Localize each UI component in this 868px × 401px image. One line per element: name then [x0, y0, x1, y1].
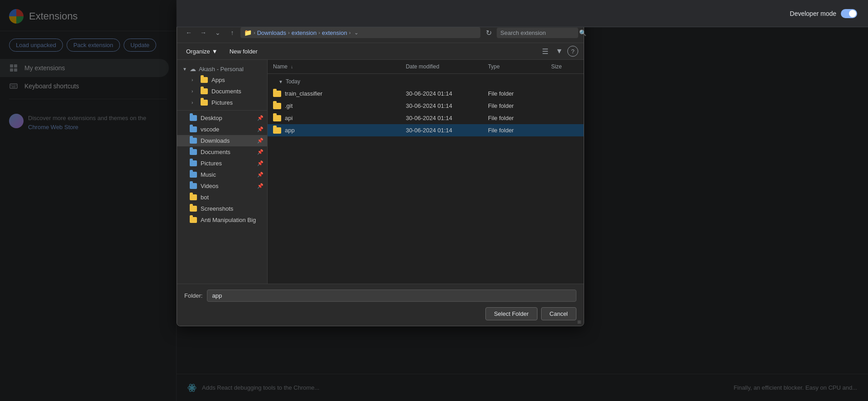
table-row[interactable]: .git 30-06-2024 01:14 File folder [268, 100, 584, 112]
tree-label-pictures: Pictures [211, 99, 233, 106]
up-button[interactable]: ↑ [226, 26, 239, 39]
cell-date-api: 30-06-2024 01:14 [400, 112, 482, 124]
folder-icon-anti-manipulation [190, 217, 197, 223]
cell-date-app: 30-06-2024 01:14 [400, 124, 482, 136]
sort-arrow-name: ↓ [291, 64, 293, 69]
file-picker-dialog: Select the extension directory. ✕ ← → ⌄ … [177, 0, 584, 326]
tree-label-vscode: vscode [201, 126, 219, 133]
resize-handle[interactable]: ⊞ [577, 319, 583, 325]
cell-size-train [546, 87, 584, 100]
tree-label-documents-pinned: Documents [201, 149, 230, 155]
breadcrumb-extension-1[interactable]: extension [292, 29, 317, 36]
footer-buttons: Select Folder Cancel [184, 307, 576, 320]
pin-icon-pictures-pinned: 📌 [257, 160, 264, 166]
files-table: Name ↓ Date modified Type Size [268, 60, 584, 136]
folder-input[interactable] [207, 290, 576, 302]
expand-icon-documents: › [192, 89, 197, 94]
breadcrumb-sep-4: › [349, 30, 351, 35]
organize-button[interactable]: Organize ▼ [182, 46, 221, 57]
view-dropdown-button[interactable]: ▼ [553, 46, 566, 56]
tree-item-apps[interactable]: › Apps [177, 74, 267, 86]
file-name-git: .git [285, 102, 293, 109]
dev-mode-toggle[interactable] [841, 9, 857, 18]
col-name-label: Name [273, 63, 288, 70]
file-name-app: app [285, 127, 295, 134]
col-header-date: Date modified [400, 60, 482, 74]
folder-row: Folder: [184, 290, 576, 302]
pin-icon-downloads: 📌 [257, 138, 264, 144]
tree-label-apps: Apps [211, 77, 225, 83]
col-header-name[interactable]: Name ↓ [268, 60, 400, 74]
refresh-button[interactable]: ↻ [482, 26, 495, 39]
breadcrumb-downloads[interactable]: Downloads [257, 29, 286, 36]
table-row[interactable]: app 30-06-2024 01:14 File folder [268, 124, 584, 136]
search-input[interactable] [500, 29, 576, 36]
tree-item-documents-pinned[interactable]: Documents 📌 [177, 146, 267, 158]
tree-divider-1 [177, 110, 267, 111]
expand-icon-pictures: › [192, 100, 197, 105]
pin-icon-documents-pinned: 📌 [257, 149, 264, 155]
tree-item-downloads[interactable]: Downloads 📌 [177, 135, 267, 146]
section-today: ▼ Today [273, 76, 578, 87]
cell-date-git: 30-06-2024 01:14 [400, 100, 482, 112]
tree-label-music: Music [201, 171, 216, 178]
col-header-size: Size [546, 60, 584, 74]
col-header-type: Type [483, 60, 546, 74]
cell-size-app [546, 124, 584, 136]
list-view-button[interactable]: ☰ [539, 46, 551, 57]
breadcrumb-extension-2[interactable]: extension [322, 29, 347, 36]
folder-icon-desktop [190, 115, 197, 121]
folder-icon-documents-pinned [190, 149, 197, 155]
folder-icon-documents [201, 88, 208, 94]
breadcrumb-dropdown-button[interactable]: ⌄ [352, 29, 360, 36]
tree-item-music[interactable]: Music 📌 [177, 169, 267, 180]
help-button[interactable]: ? [567, 46, 578, 57]
section-today-row: ▼ Today [268, 74, 584, 88]
tree-item-desktop[interactable]: Desktop 📌 [177, 112, 267, 124]
tree-label-downloads: Downloads [201, 137, 230, 144]
col-size-label: Size [551, 63, 561, 70]
cancel-button[interactable]: Cancel [541, 307, 576, 320]
organize-dropdown-icon: ▼ [212, 48, 218, 55]
tree-item-pictures-pinned[interactable]: Pictures 📌 [177, 158, 267, 169]
tree-item-vscode[interactable]: vscode 📌 [177, 124, 267, 135]
col-date-label: Date modified [406, 63, 439, 70]
tree-label-desktop: Desktop [201, 115, 222, 121]
table-row[interactable]: api 30-06-2024 01:14 File folder [268, 112, 584, 124]
tree-label-anti-manipulation: Anti Manipulation Big [201, 217, 256, 223]
tree-item-bot[interactable]: bot [177, 192, 267, 203]
dropdown-nav-button[interactable]: ⌄ [211, 26, 224, 39]
tree-label-screenshots: Screenshots [201, 205, 233, 212]
dialog-footer: Folder: Select Folder Cancel [177, 284, 584, 326]
folder-icon-screenshots [190, 206, 197, 212]
tree-label-documents: Documents [211, 88, 241, 95]
dialog-action-bar: Organize ▼ New folder ☰ ▼ ? [177, 43, 584, 60]
cell-type-app: File folder [483, 124, 546, 136]
new-folder-button[interactable]: New folder [225, 46, 262, 57]
pin-icon-music: 📌 [257, 172, 264, 178]
tree-item-anti-manipulation[interactable]: Anti Manipulation Big [177, 214, 267, 226]
cell-name-git: .git [268, 100, 400, 112]
folder-icon-music [190, 172, 197, 178]
tree-item-videos[interactable]: Videos 📌 [177, 180, 267, 192]
pin-icon-vscode: 📌 [257, 126, 264, 132]
tree-item-screenshots[interactable]: Screenshots [177, 203, 267, 214]
select-folder-button[interactable]: Select Folder [485, 307, 537, 320]
folder-icon-downloads [190, 138, 197, 144]
section-today-label: Today [286, 78, 300, 85]
cell-type-api: File folder [483, 112, 546, 124]
tree-cloud-section[interactable]: ▼ ☁ Akash - Personal [177, 63, 267, 74]
folder-icon-git [273, 103, 281, 109]
tree-item-documents[interactable]: › Documents [177, 86, 267, 97]
folder-icon-pictures [201, 100, 208, 106]
folder-icon-bot [190, 194, 197, 200]
cell-name-api: api [268, 112, 400, 124]
forward-button[interactable]: → [197, 26, 210, 39]
expand-icon-apps: › [192, 77, 197, 82]
table-row[interactable]: train_classifier 30-06-2024 01:14 File f… [268, 87, 584, 100]
tree-item-pictures[interactable]: › Pictures [177, 97, 267, 108]
folder-icon-videos [190, 183, 197, 189]
folder-label: Folder: [184, 292, 202, 299]
back-button[interactable]: ← [182, 26, 195, 39]
pin-icon-desktop: 📌 [257, 115, 264, 121]
